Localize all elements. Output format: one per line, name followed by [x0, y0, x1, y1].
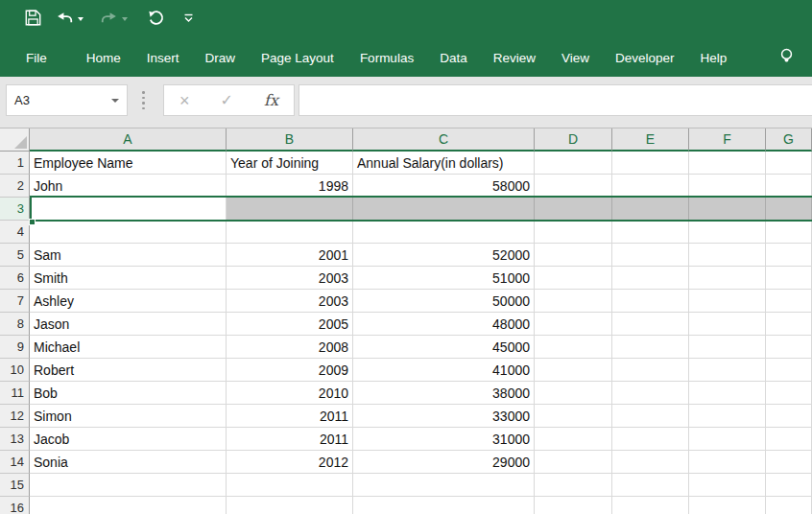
row-header-12[interactable]: 12 [0, 405, 30, 428]
cell-C16[interactable] [353, 497, 535, 514]
cell-G8[interactable] [766, 313, 812, 336]
column-header-A[interactable]: A [30, 128, 227, 152]
row-header-1[interactable]: 1 [0, 152, 30, 175]
cell-A5[interactable]: Sam [30, 244, 227, 267]
cell-A9[interactable]: Michael [30, 336, 227, 359]
cell-C9[interactable]: 45000 [353, 336, 535, 359]
cell-E12[interactable] [612, 405, 689, 428]
select-all-button[interactable] [0, 128, 30, 152]
save-button[interactable] [25, 10, 41, 30]
row-header-2[interactable]: 2 [0, 175, 30, 198]
cell-F3[interactable] [689, 198, 766, 221]
cell-F7[interactable] [689, 290, 766, 313]
cell-F4[interactable] [689, 221, 766, 244]
fill-handle[interactable] [29, 219, 36, 225]
undo-dropdown-icon[interactable] [78, 17, 84, 21]
customize-quick-access-toolbar-button[interactable] [182, 11, 195, 28]
column-header-B[interactable]: B [227, 128, 353, 152]
undo-button[interactable] [56, 9, 84, 31]
cell-G2[interactable] [766, 175, 812, 198]
column-header-E[interactable]: E [612, 128, 689, 152]
cell-G7[interactable] [766, 290, 812, 313]
row-header-10[interactable]: 10 [0, 359, 30, 382]
cell-C6[interactable]: 51000 [353, 267, 535, 290]
cell-G1[interactable] [766, 152, 812, 175]
cell-G14[interactable] [766, 451, 812, 474]
column-header-C[interactable]: C [353, 128, 535, 152]
tab-draw[interactable]: Draw [205, 51, 236, 65]
cell-B2[interactable]: 1998 [227, 175, 353, 198]
cell-G16[interactable] [766, 497, 812, 514]
cell-D12[interactable] [535, 405, 612, 428]
cell-G6[interactable] [766, 267, 812, 290]
cell-F15[interactable] [689, 474, 766, 497]
cell-D10[interactable] [535, 359, 612, 382]
column-header-G[interactable]: G [766, 128, 812, 152]
cell-E6[interactable] [612, 267, 689, 290]
cell-E7[interactable] [612, 290, 689, 313]
cell-B16[interactable] [227, 497, 353, 514]
cell-F8[interactable] [689, 313, 766, 336]
cell-F12[interactable] [689, 405, 766, 428]
cell-A13[interactable]: Jacob [30, 428, 227, 451]
row-header-4[interactable]: 4 [0, 221, 30, 244]
cell-B1[interactable]: Year of Joining [227, 152, 353, 175]
cell-E1[interactable] [612, 152, 689, 175]
cell-D6[interactable] [535, 267, 612, 290]
row-header-14[interactable]: 14 [0, 451, 30, 474]
cell-E4[interactable] [612, 221, 689, 244]
cell-C1[interactable]: Annual Salary(in dollars) [353, 152, 535, 175]
cell-C13[interactable]: 31000 [353, 428, 535, 451]
column-header-F[interactable]: F [689, 128, 766, 152]
cell-C15[interactable] [353, 474, 535, 497]
row-header-9[interactable]: 9 [0, 336, 30, 359]
cell-E14[interactable] [612, 451, 689, 474]
cell-B4[interactable] [227, 221, 353, 244]
cancel-icon[interactable]: × [179, 92, 190, 109]
tab-help[interactable]: Help [701, 51, 728, 65]
row-header-11[interactable]: 11 [0, 382, 30, 405]
cell-C3[interactable] [353, 198, 535, 221]
cell-B6[interactable]: 2003 [227, 267, 353, 290]
cell-A14[interactable]: Sonia [30, 451, 227, 474]
cell-D11[interactable] [535, 382, 612, 405]
insert-function-icon[interactable]: fx [264, 93, 278, 108]
row-header-7[interactable]: 7 [0, 290, 30, 313]
cell-D13[interactable] [535, 428, 612, 451]
cell-E9[interactable] [612, 336, 689, 359]
tab-developer[interactable]: Developer [615, 51, 675, 65]
cell-G13[interactable] [766, 428, 812, 451]
tab-insert[interactable]: Insert [147, 51, 179, 65]
tab-data[interactable]: Data [440, 51, 467, 65]
cell-D15[interactable] [535, 474, 612, 497]
cell-C11[interactable]: 38000 [353, 382, 535, 405]
cell-B10[interactable]: 2009 [227, 359, 353, 382]
cell-F16[interactable] [689, 497, 766, 514]
cell-G12[interactable] [766, 405, 812, 428]
repeat-button[interactable] [147, 9, 165, 31]
cell-E13[interactable] [612, 428, 689, 451]
tab-home[interactable]: Home [86, 51, 121, 65]
cell-G11[interactable] [766, 382, 812, 405]
cell-G4[interactable] [766, 221, 812, 244]
row-header-13[interactable]: 13 [0, 428, 30, 451]
cell-F6[interactable] [689, 267, 766, 290]
cell-D8[interactable] [535, 313, 612, 336]
cell-G3[interactable] [766, 198, 812, 221]
name-box-dropdown-icon[interactable] [111, 99, 119, 103]
cell-E2[interactable] [612, 175, 689, 198]
cell-E11[interactable] [612, 382, 689, 405]
cell-A11[interactable]: Bob [30, 382, 227, 405]
cell-A4[interactable] [30, 221, 227, 244]
cell-F5[interactable] [689, 244, 766, 267]
cell-A10[interactable]: Robert [30, 359, 227, 382]
row-header-15[interactable]: 15 [0, 474, 30, 497]
tab-view[interactable]: View [561, 51, 589, 65]
cell-G15[interactable] [766, 474, 812, 497]
cell-C14[interactable]: 29000 [353, 451, 535, 474]
cell-A7[interactable]: Ashley [30, 290, 227, 313]
cell-F11[interactable] [689, 382, 766, 405]
cell-A12[interactable]: Simon [30, 405, 227, 428]
cell-A6[interactable]: Smith [30, 267, 227, 290]
cell-A8[interactable]: Jason [30, 313, 227, 336]
